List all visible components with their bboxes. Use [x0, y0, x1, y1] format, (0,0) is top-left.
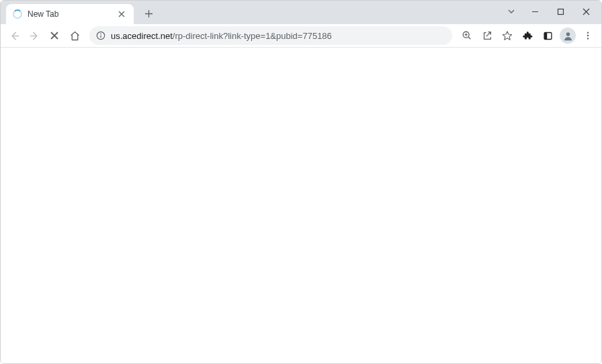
bookmark-button[interactable]	[498, 26, 517, 45]
svg-rect-0	[558, 9, 563, 14]
window-close-button[interactable]	[573, 2, 599, 21]
url-text: us.acedirect.net/rp-direct-link?link-typ…	[111, 31, 445, 41]
titlebar: New Tab	[1, 1, 601, 24]
forward-button[interactable]	[25, 26, 44, 45]
svg-point-7	[587, 32, 589, 33]
back-button[interactable]	[5, 26, 24, 45]
search-tabs-button[interactable]	[501, 2, 522, 21]
menu-button[interactable]	[578, 26, 597, 45]
home-button[interactable]	[65, 26, 84, 45]
toolbar-actions	[458, 26, 597, 45]
tab-title: New Tab	[28, 9, 111, 19]
side-panel-button[interactable]	[538, 26, 557, 45]
svg-point-2	[100, 34, 101, 35]
site-info-icon[interactable]	[96, 31, 105, 40]
svg-point-8	[587, 35, 589, 36]
new-tab-button[interactable]	[139, 4, 158, 23]
maximize-button[interactable]	[548, 2, 573, 21]
page-content	[1, 48, 601, 363]
stop-loading-button[interactable]	[45, 26, 64, 45]
zoom-button[interactable]	[458, 26, 476, 45]
browser-tab[interactable]: New Tab	[6, 4, 134, 24]
share-button[interactable]	[478, 26, 497, 45]
svg-point-9	[587, 38, 589, 39]
svg-rect-5	[544, 32, 547, 39]
extensions-button[interactable]	[518, 26, 537, 45]
url-domain: us.acedirect.net	[111, 31, 173, 41]
window-controls	[501, 2, 599, 21]
profile-button[interactable]	[560, 28, 576, 44]
svg-point-6	[566, 32, 569, 36]
toolbar: us.acedirect.net/rp-direct-link?link-typ…	[1, 24, 601, 48]
address-bar[interactable]: us.acedirect.net/rp-direct-link?link-typ…	[89, 26, 452, 45]
url-path: /rp-direct-link?link-type=1&pubid=775186	[173, 31, 332, 41]
tab-close-button[interactable]	[116, 9, 127, 19]
tabstrip: New Tab	[1, 1, 158, 24]
loading-spinner-icon	[13, 9, 22, 19]
minimize-button[interactable]	[522, 2, 548, 21]
